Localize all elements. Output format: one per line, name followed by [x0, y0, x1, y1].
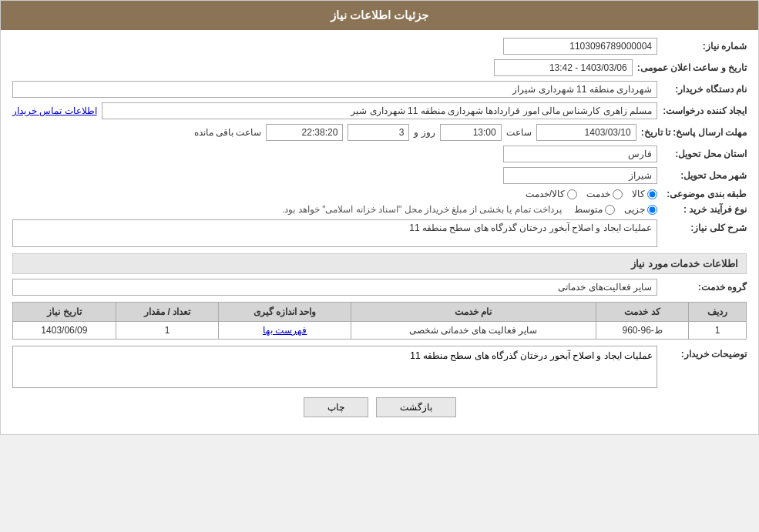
- cell-date: 1403/06/09: [13, 322, 116, 340]
- category-both-label: کالا/خدمت: [526, 189, 565, 199]
- province-label: استان محل تحویل:: [662, 149, 747, 159]
- need-number-value: 1103096789000004: [503, 38, 657, 55]
- category-label: طبقه بندی موضوعی:: [662, 189, 747, 199]
- purchase-jozii-label: جزیی: [624, 204, 645, 215]
- remaining-time: 22:38:20: [266, 124, 343, 141]
- category-both-item: کالا/خدمت: [526, 189, 577, 199]
- creator-value: مسلم زاهری کارشناس مالی امور قراردادها ش…: [102, 102, 657, 119]
- city-label: شهر محل تحویل:: [662, 170, 747, 181]
- col-rownum: ردیف: [689, 303, 747, 322]
- announce-date-value: 1403/03/06 - 13:42: [494, 59, 633, 76]
- category-khedmat-item: خدمت: [586, 189, 623, 199]
- back-button[interactable]: بازگشت: [376, 397, 456, 417]
- announce-date-row: تاریخ و ساعت اعلان عمومی: 1403/03/06 - 1…: [12, 59, 747, 76]
- buyer-org-value: شهرداری منطقه 11 شهرداری شیراز: [12, 81, 657, 98]
- services-table-section: ردیف کد خدمت نام خدمت واحد اندازه گیری ت…: [12, 302, 747, 340]
- category-both-radio[interactable]: [567, 189, 577, 199]
- purchase-jozii-item: جزیی: [624, 204, 657, 215]
- purchase-type-note: پرداخت تمام یا بخشی از مبلغ خریداز محل "…: [282, 204, 562, 215]
- purchase-motevaset-label: متوسط: [574, 204, 603, 215]
- general-desc-label: شرح کلی نیاز:: [662, 219, 747, 233]
- buyer-notes-row: توضیحات خریدار:: [12, 346, 747, 388]
- remaining-label: ساعت باقی مانده: [194, 127, 262, 138]
- cell-unit: فهرست بها: [219, 322, 351, 340]
- creator-link[interactable]: اطلاعات تماس خریدار: [12, 105, 97, 116]
- deadline-date: 1403/03/10: [536, 124, 636, 141]
- need-number-row: شماره نیاز: 1103096789000004: [12, 38, 747, 55]
- general-desc-row: شرح کلی نیاز: عملیات ایجاد و اصلاح آبخور…: [12, 219, 747, 247]
- category-row: طبقه بندی موضوعی: کالا خدمت کالا/خدمت: [12, 189, 747, 199]
- announce-date-label: تاریخ و ساعت اعلان عمومی:: [637, 62, 747, 73]
- deadline-time: 13:00: [440, 124, 502, 141]
- province-row: استان محل تحویل: فارس: [12, 146, 747, 162]
- category-kala-radio[interactable]: [647, 189, 657, 199]
- col-service-code: کد خدمت: [596, 303, 688, 322]
- purchase-type-label: نوع فرآیند خرید :: [662, 204, 747, 215]
- service-group-label: گروه خدمت:: [662, 282, 747, 293]
- content-area: شماره نیاز: 1103096789000004 تاریخ و ساع…: [1, 30, 758, 434]
- purchase-type-row: نوع فرآیند خرید : جزیی متوسط پرداخت تمام…: [12, 204, 747, 215]
- col-quantity: تعداد / مقدار: [116, 303, 219, 322]
- services-section-header: اطلاعات خدمات مورد نیاز: [12, 253, 747, 274]
- days-value: 3: [348, 124, 409, 141]
- btn-row: بازگشت چاپ: [12, 397, 747, 417]
- cell-service-name: سایر فعالیت های خدماتی شخصی: [351, 322, 596, 340]
- category-radio-group: کالا خدمت کالا/خدمت: [526, 189, 657, 199]
- service-group-value: سایر فعالیت‌های خدماتی: [12, 279, 657, 296]
- cell-service-code: ط-96-960: [596, 322, 688, 340]
- service-group-row: گروه خدمت: سایر فعالیت‌های خدماتی: [12, 279, 747, 296]
- services-table: ردیف کد خدمت نام خدمت واحد اندازه گیری ت…: [12, 302, 747, 340]
- col-date: تاریخ نیاز: [13, 303, 116, 322]
- page-header: جزئیات اطلاعات نیاز: [1, 1, 758, 30]
- cell-quantity: 1: [116, 322, 219, 340]
- buyer-org-label: نام دستگاه خریدار:: [662, 84, 747, 95]
- col-service-name: نام خدمت: [351, 303, 596, 322]
- page-title: جزئیات اطلاعات نیاز: [331, 8, 428, 22]
- creator-label: ایجاد کننده درخواست:: [662, 105, 747, 116]
- buyer-notes-textarea[interactable]: [12, 346, 657, 388]
- purchase-jozii-radio[interactable]: [647, 205, 657, 215]
- creator-row: ایجاد کننده درخواست: مسلم زاهری کارشناس …: [12, 102, 747, 119]
- buyer-org-row: نام دستگاه خریدار: شهرداری منطقه 11 شهرد…: [12, 81, 747, 98]
- print-button[interactable]: چاپ: [304, 397, 368, 417]
- purchase-type-radio-group: جزیی متوسط: [574, 204, 657, 215]
- purchase-motevaset-item: متوسط: [574, 204, 615, 215]
- table-row: 1 ط-96-960 سایر فعالیت های خدماتی شخصی ف…: [13, 322, 747, 340]
- general-desc-value: عملیات ایجاد و اصلاح آبخور درختان گذرگاه…: [12, 219, 657, 247]
- city-row: شهر محل تحویل: شیراز: [12, 167, 747, 184]
- category-kala-label: کالا: [632, 189, 645, 199]
- page-wrapper: جزئیات اطلاعات نیاز شماره نیاز: 11030967…: [0, 0, 759, 435]
- cell-rownum: 1: [689, 322, 747, 340]
- days-label: روز و: [414, 127, 435, 138]
- province-value: فارس: [503, 146, 657, 162]
- city-value: شیراز: [503, 167, 657, 184]
- col-unit: واحد اندازه گیری: [219, 303, 351, 322]
- need-number-label: شماره نیاز:: [662, 41, 747, 52]
- category-khedmat-radio[interactable]: [613, 189, 623, 199]
- buyer-notes-label: توضیحات خریدار:: [662, 346, 747, 360]
- deadline-label: مهلت ارسال پاسخ: تا تاریخ:: [641, 127, 747, 138]
- purchase-motevaset-radio[interactable]: [605, 205, 615, 215]
- category-khedmat-label: خدمت: [586, 189, 610, 199]
- category-kala-item: کالا: [632, 189, 657, 199]
- deadline-row: مهلت ارسال پاسخ: تا تاریخ: 1403/03/10 سا…: [12, 124, 747, 141]
- deadline-time-label: ساعت: [506, 127, 532, 138]
